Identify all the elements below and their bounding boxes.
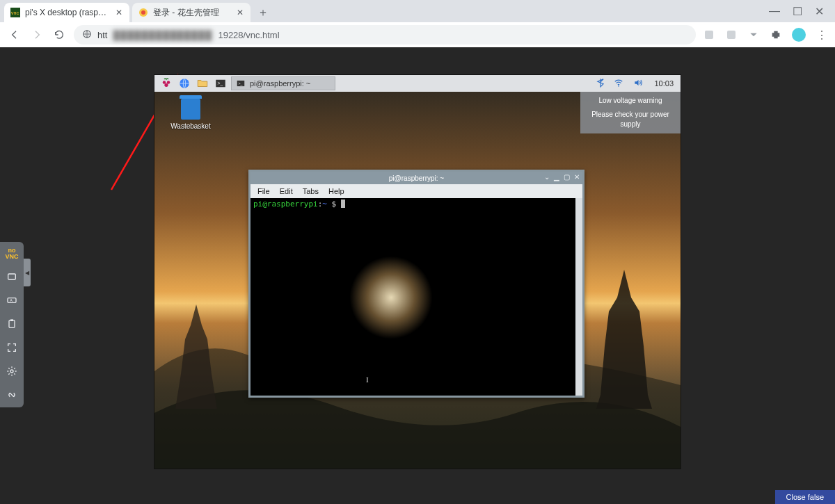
prompt-symbol: $: [327, 200, 341, 209]
oray-favicon-icon: [138, 7, 149, 18]
profile-avatar[interactable]: [792, 28, 806, 42]
close-icon[interactable]: ✕: [815, 5, 824, 18]
address-bar[interactable]: htt ██████████████ 19228/vnc.html: [74, 25, 696, 44]
url-suffix: 19228/vnc.html: [218, 30, 279, 40]
wifi-icon[interactable]: [612, 78, 625, 89]
bluetooth-icon[interactable]: [596, 77, 605, 90]
window-minimize-icon[interactable]: ▁: [554, 173, 559, 181]
menu-edit[interactable]: Edit: [280, 187, 293, 195]
system-tray: 10:03: [596, 77, 676, 90]
window-rollup-icon[interactable]: ⌄: [544, 173, 550, 181]
menu-file[interactable]: File: [257, 187, 270, 195]
footer-text: Close false: [786, 493, 824, 501]
svg-text:>_: >_: [239, 81, 243, 86]
svg-text:vnc: vnc: [11, 10, 19, 15]
menu-tabs[interactable]: Tabs: [303, 187, 319, 195]
notif-body: Please check your power supply: [586, 110, 675, 129]
maximize-icon[interactable]: ☐: [793, 5, 802, 18]
globe-icon: [82, 29, 92, 41]
svg-point-22: [619, 86, 620, 87]
url-redacted: ██████████████: [113, 30, 212, 40]
browser-toolbar: htt ██████████████ 19228/vnc.html ⋮: [0, 22, 835, 47]
forward-button[interactable]: [29, 27, 45, 42]
window-maximize-icon[interactable]: ▢: [564, 173, 570, 181]
notif-title: Low voltage warning: [586, 96, 675, 106]
extension-icon[interactable]: [725, 29, 738, 41]
page-viewport: no VNC A ◀: [0, 47, 835, 504]
terminal-body[interactable]: pi@raspberrypi:~ $ I: [250, 198, 575, 396]
wastebasket-label: Wastebasket: [170, 122, 212, 130]
tab-vnc[interactable]: vnc pi's X desktop (raspberrypi:1) ✕: [4, 3, 129, 22]
close-icon[interactable]: ✕: [235, 8, 245, 17]
vnc-favicon-icon: vnc: [10, 7, 21, 18]
svg-text:A: A: [10, 298, 13, 302]
terminal-launcher-icon[interactable]: >_: [213, 76, 228, 90]
fullscreen-icon[interactable]: [5, 341, 19, 355]
footer-status[interactable]: Close false: [775, 490, 835, 504]
file-manager-icon[interactable]: [195, 76, 210, 90]
tab-strip: vnc pi's X desktop (raspberrypi:1) ✕ 登录 …: [0, 0, 835, 22]
svg-rect-12: [10, 319, 13, 321]
kebab-menu-icon[interactable]: ⋮: [816, 29, 828, 41]
drag-viewport-icon[interactable]: [5, 270, 19, 284]
svg-rect-11: [9, 320, 15, 328]
window-close-icon[interactable]: ✕: [574, 173, 580, 181]
low-voltage-notification: Low voltage warning Please check your po…: [580, 92, 681, 133]
extension-icon[interactable]: [703, 29, 715, 41]
extensions-area: ⋮: [703, 28, 828, 42]
svg-text:>_: >_: [218, 81, 223, 86]
clipboard-icon[interactable]: [5, 317, 19, 331]
vnc-collapse-handle[interactable]: ◀: [24, 259, 31, 286]
settings-gear-icon[interactable]: [5, 364, 19, 378]
tab-oray[interactable]: 登录 - 花生壳管理 ✕: [132, 3, 250, 22]
prompt-path: ~: [322, 200, 327, 209]
puzzle-icon[interactable]: [770, 29, 782, 41]
terminal-window[interactable]: pi@raspberrypi: ~ ⌄ ▁ ▢ ✕ File Edit Tabs…: [248, 170, 584, 398]
taskbar-terminal-entry[interactable]: >_ pi@raspberrypi: ~: [231, 76, 335, 90]
tab-title: pi's X desktop (raspberrypi:1): [25, 8, 110, 17]
text-caret-icon: I: [366, 375, 369, 384]
keyboard-icon[interactable]: A: [5, 293, 19, 307]
svg-point-13: [10, 370, 13, 373]
tab-title: 登录 - 花生壳管理: [153, 7, 231, 19]
terminal-cursor-icon: [341, 200, 345, 208]
prompt-host: pi@raspberrypi: [253, 200, 318, 209]
terminal-titlebar[interactable]: pi@raspberrypi: ~ ⌄ ▁ ▢ ✕: [250, 172, 582, 184]
remote-desktop[interactable]: >_ >_ pi@raspberrypi: ~ 10:03: [154, 75, 681, 469]
pi-menubar: >_ >_ pi@raspberrypi: ~ 10:03: [154, 75, 681, 92]
terminal-menu: File Edit Tabs Help: [250, 184, 582, 198]
wastebasket-desktop-icon[interactable]: Wastebasket: [170, 99, 212, 130]
web-browser-icon[interactable]: [177, 76, 192, 90]
svg-point-16: [164, 83, 168, 87]
terminal-scrollbar[interactable]: [575, 198, 582, 396]
chevron-down-icon[interactable]: [747, 29, 760, 41]
reload-button[interactable]: [51, 27, 67, 42]
url-prefix: htt: [97, 30, 107, 40]
browser-chrome: vnc pi's X desktop (raspberrypi:1) ✕ 登录 …: [0, 0, 835, 47]
vnc-logo-icon: no VNC: [5, 247, 18, 260]
raspberry-menu-icon[interactable]: [159, 76, 174, 90]
volume-icon[interactable]: [632, 78, 644, 89]
svg-rect-8: [8, 274, 16, 279]
vnc-toolbar: no VNC A: [0, 242, 24, 407]
minimize-icon[interactable]: —: [769, 5, 780, 17]
svg-rect-5: [705, 31, 713, 39]
clock[interactable]: 10:03: [651, 79, 676, 88]
back-button[interactable]: [7, 27, 22, 42]
task-label: pi@raspberrypi: ~: [250, 79, 310, 88]
wallpaper-temple-icon: [175, 304, 217, 409]
wallpaper-temple-icon: [596, 270, 652, 409]
svg-point-3: [141, 10, 145, 15]
trash-bin-icon: [181, 99, 200, 120]
svg-rect-6: [727, 31, 735, 39]
menu-help[interactable]: Help: [328, 187, 344, 195]
close-icon[interactable]: ✕: [114, 8, 124, 17]
new-tab-button[interactable]: ＋: [253, 3, 273, 22]
window-controls: — ☐ ✕: [769, 0, 832, 22]
terminal-title: pi@raspberrypi: ~: [389, 174, 444, 182]
disconnect-icon[interactable]: [5, 388, 19, 402]
